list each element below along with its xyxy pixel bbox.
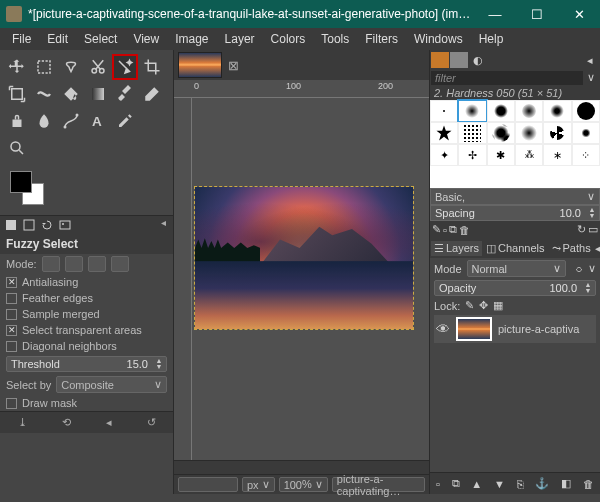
tab-layers[interactable]: ☰Layers: [431, 241, 482, 256]
layer-mode-dropdown[interactable]: Normal∨: [467, 260, 566, 277]
smudge-tool[interactable]: [31, 108, 57, 134]
menu-view[interactable]: View: [125, 30, 167, 48]
tab-brushes[interactable]: [431, 52, 449, 68]
fuzzy-select-tool[interactable]: [112, 54, 138, 80]
zoom-tool[interactable]: [4, 135, 30, 161]
tab-tool-options[interactable]: [3, 217, 19, 233]
brush-item[interactable]: [572, 100, 600, 122]
paths-tool[interactable]: [58, 108, 84, 134]
brush-item[interactable]: [543, 100, 571, 122]
warp-tool[interactable]: [31, 81, 57, 107]
brush-item[interactable]: ⁘: [572, 144, 600, 166]
selectby-dropdown[interactable]: Composite∨: [56, 376, 167, 393]
brush-item[interactable]: [430, 100, 458, 122]
zoom-dropdown[interactable]: 100% ∨: [279, 477, 328, 492]
crop-tool[interactable]: [139, 54, 165, 80]
bucket-fill-tool[interactable]: [58, 81, 84, 107]
sample-merged-checkbox[interactable]: [6, 309, 17, 320]
brush-item[interactable]: [572, 122, 600, 144]
lower-layer-icon[interactable]: ▼: [494, 478, 505, 490]
save-preset-icon[interactable]: ⤓: [18, 416, 27, 429]
ruler-horizontal[interactable]: 0 100 200: [174, 80, 429, 98]
tab-device-status[interactable]: [21, 217, 37, 233]
tab-channels[interactable]: ◫Channels: [483, 241, 547, 256]
brush-filter-input[interactable]: filter: [431, 71, 583, 85]
menu-tools[interactable]: Tools: [313, 30, 357, 48]
reset-preset-icon[interactable]: ↺: [147, 416, 156, 429]
text-tool[interactable]: A: [85, 108, 111, 134]
new-brush-icon[interactable]: ▫: [443, 224, 447, 236]
menu-edit[interactable]: Edit: [39, 30, 76, 48]
eraser-tool[interactable]: [139, 81, 165, 107]
visibility-icon[interactable]: 👁: [436, 321, 450, 337]
clone-tool[interactable]: [4, 108, 30, 134]
mode-switch-icon[interactable]: ဝ: [571, 263, 583, 275]
brush-item[interactable]: [430, 122, 458, 144]
delete-preset-icon[interactable]: ◂: [106, 416, 112, 429]
menu-windows[interactable]: Windows: [406, 30, 471, 48]
new-group-icon[interactable]: ⧉: [452, 477, 460, 490]
brush-item[interactable]: [487, 100, 515, 122]
brush-item[interactable]: ✱: [487, 144, 515, 166]
brush-item[interactable]: ∗: [543, 144, 571, 166]
layer-item[interactable]: 👁 picture-a-captiva: [434, 315, 596, 343]
duplicate-brush-icon[interactable]: ⧉: [449, 223, 457, 236]
raise-layer-icon[interactable]: ▲: [471, 478, 482, 490]
lock-position-icon[interactable]: ✥: [479, 299, 488, 312]
opacity-input[interactable]: Opacity100.0▲▼: [434, 280, 596, 296]
image-tab[interactable]: ⊠: [176, 50, 241, 80]
brush-item[interactable]: ✦: [430, 144, 458, 166]
minimize-button[interactable]: —: [474, 0, 516, 28]
brush-item[interactable]: ⁂: [515, 144, 543, 166]
lock-alpha-icon[interactable]: ▦: [493, 299, 503, 312]
spacing-input[interactable]: Spacing10.0▲▼: [430, 205, 600, 221]
layer-name[interactable]: picture-a-captiva: [498, 323, 579, 335]
brush-item[interactable]: [487, 122, 515, 144]
feather-checkbox[interactable]: [6, 293, 17, 304]
mode-replace[interactable]: [42, 256, 60, 272]
menu-colors[interactable]: Colors: [263, 30, 314, 48]
menu-file[interactable]: File: [4, 30, 39, 48]
brush-preset-dropdown[interactable]: Basic,∨: [430, 188, 600, 205]
mode-subtract[interactable]: [88, 256, 106, 272]
brush-item[interactable]: [515, 122, 543, 144]
rect-select-tool[interactable]: [31, 54, 57, 80]
scissors-tool[interactable]: [85, 54, 111, 80]
tab-images[interactable]: [57, 217, 73, 233]
brush-item[interactable]: ✢: [458, 144, 486, 166]
transform-tool[interactable]: [4, 81, 30, 107]
dock-menu-icon[interactable]: ◂: [581, 52, 599, 68]
brush-item[interactable]: [458, 122, 486, 144]
mode-intersect[interactable]: [111, 256, 129, 272]
diagonal-checkbox[interactable]: [6, 341, 17, 352]
mask-layer-icon[interactable]: ◧: [561, 477, 571, 490]
refresh-brush-icon[interactable]: ↻: [577, 223, 586, 236]
restore-preset-icon[interactable]: ⟲: [62, 416, 71, 429]
new-layer-icon[interactable]: ▫: [436, 478, 440, 490]
maximize-button[interactable]: ☐: [516, 0, 558, 28]
brush-item[interactable]: [543, 122, 571, 144]
merge-layer-icon[interactable]: ⚓: [535, 477, 549, 490]
menu-layer[interactable]: Layer: [217, 30, 263, 48]
filter-expand-icon[interactable]: ∨: [583, 71, 599, 85]
transparent-checkbox[interactable]: ✕: [6, 325, 17, 336]
brush-item[interactable]: [515, 100, 543, 122]
duplicate-layer-icon[interactable]: ⎘: [517, 478, 524, 490]
ruler-vertical[interactable]: [174, 98, 192, 460]
close-tab-icon[interactable]: ⊠: [228, 58, 239, 73]
mode-add[interactable]: [65, 256, 83, 272]
fg-bg-color[interactable]: [10, 171, 50, 211]
brush-item[interactable]: [458, 100, 486, 122]
canvas[interactable]: [192, 98, 429, 460]
delete-brush-icon[interactable]: 🗑: [459, 224, 470, 236]
drawmask-checkbox[interactable]: [6, 398, 17, 409]
gradient-tool[interactable]: [85, 81, 111, 107]
menu-filters[interactable]: Filters: [357, 30, 406, 48]
edit-brush-icon[interactable]: ✎: [432, 223, 441, 236]
tab-fonts[interactable]: ◐: [469, 52, 487, 68]
delete-layer-icon[interactable]: 🗑: [583, 478, 594, 490]
tab-menu-icon[interactable]: ◂: [161, 217, 170, 233]
free-select-tool[interactable]: [58, 54, 84, 80]
dock-menu-icon[interactable]: ◂: [595, 242, 600, 255]
color-picker-tool[interactable]: [112, 108, 138, 134]
